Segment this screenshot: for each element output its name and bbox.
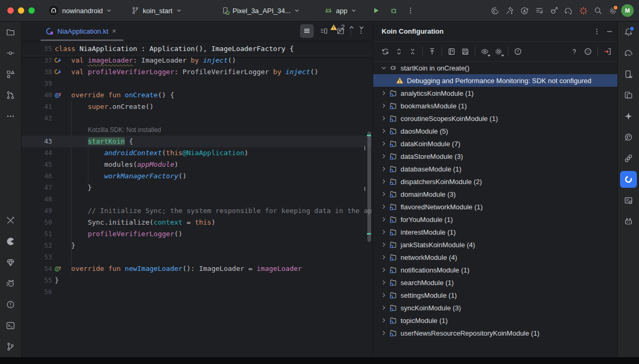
chevron-right-icon[interactable] xyxy=(380,89,388,97)
code-line[interactable]: 47 } xyxy=(22,182,372,194)
koin-module-node[interactable]: notificationsModule (1) xyxy=(373,264,618,276)
code-viewport[interactable]: 3637 val imageLoader: ImageLoader by inj… xyxy=(22,49,372,357)
run-button[interactable] xyxy=(368,3,383,18)
problems-tool-icon[interactable] xyxy=(2,296,19,313)
chevron-right-icon[interactable] xyxy=(380,165,388,173)
chevron-right-icon[interactable] xyxy=(380,304,388,312)
code-line[interactable]: 39 xyxy=(22,78,372,89)
prev-problem-icon[interactable] xyxy=(348,24,355,31)
koin-module-node[interactable]: networkModule (4) xyxy=(373,251,618,264)
tab-close-icon[interactable]: × xyxy=(112,27,116,35)
koin-module-node[interactable]: jankStatsKoinModule (4) xyxy=(373,238,618,251)
chevron-right-icon[interactable] xyxy=(380,329,388,337)
koin-module-node[interactable]: interestModule (1) xyxy=(373,226,618,238)
koin-root-node[interactable]: startKoin in onCreate() xyxy=(373,62,618,74)
collapse-all-icon[interactable] xyxy=(406,45,420,58)
code-line[interactable]: 52 } xyxy=(22,240,372,251)
koin-module-node[interactable]: searchModule (1) xyxy=(373,276,618,289)
koin-module-node[interactable]: analyticsKoinModule (1) xyxy=(373,87,618,99)
code-line[interactable]: 50 Sync.initialize(context = this) xyxy=(22,217,372,228)
tool-settings-icon[interactable] xyxy=(492,45,505,58)
chevron-right-icon[interactable] xyxy=(380,253,388,261)
chevron-right-icon[interactable] xyxy=(380,139,388,148)
gemini-sparkle-icon[interactable] xyxy=(620,108,637,125)
project-widget[interactable]: nowinandroid xyxy=(44,3,116,18)
help-icon[interactable] xyxy=(567,45,581,58)
app-insights-icon[interactable] xyxy=(620,129,637,146)
settings-gear-icon[interactable] xyxy=(605,3,620,18)
vcs-branch-widget[interactable]: koin_start xyxy=(127,4,186,17)
history-icon[interactable] xyxy=(532,3,546,18)
chevron-right-icon[interactable] xyxy=(380,266,388,274)
visibility-options-icon[interactable] xyxy=(478,45,492,58)
build-hammer-icon[interactable] xyxy=(502,3,517,18)
blocks-icon[interactable] xyxy=(620,150,637,167)
chevron-right-icon[interactable] xyxy=(380,177,388,186)
search-everywhere-icon[interactable] xyxy=(591,3,605,18)
more-run-actions-button[interactable] xyxy=(403,3,418,18)
koin-module-node[interactable]: userNewsResourceRepositoryKoinModule (1) xyxy=(373,327,618,339)
sticky-line[interactable]: 35 class NiaApplication : Application(),… xyxy=(22,42,372,56)
close-window-button[interactable] xyxy=(7,7,14,14)
koin-module-node[interactable]: databaseModule (1) xyxy=(373,163,618,175)
code-line[interactable]: 42 xyxy=(22,113,372,124)
logcat-tool-icon[interactable] xyxy=(2,275,19,292)
app-inspection-icon[interactable] xyxy=(620,213,637,230)
next-problem-icon[interactable] xyxy=(358,24,365,31)
koin-module-node[interactable]: dispatchersKoinModule (2) xyxy=(373,175,618,188)
koin-module-node[interactable]: forYouModule (1) xyxy=(373,213,618,226)
koin-module-node[interactable]: coroutineScopesKoinModule (1) xyxy=(373,112,618,125)
chevron-down-icon[interactable] xyxy=(380,64,388,72)
code-line[interactable]: 37 val imageLoader: ImageLoader by injec… xyxy=(22,55,372,66)
editor-scrollbar-thumb[interactable] xyxy=(367,132,371,242)
code-line[interactable]: 54 override fun newImageLoader(): ImageL… xyxy=(22,263,372,275)
hide-panel-icon[interactable] xyxy=(606,28,613,35)
minimize-window-button[interactable] xyxy=(18,7,24,14)
build-tool-icon[interactable] xyxy=(2,212,19,229)
code-line[interactable]: 38 val profileVerifierLogger: ProfileVer… xyxy=(22,66,372,78)
koin-module-node[interactable]: syncKoinModule (3) xyxy=(373,301,618,314)
code-line[interactable]: Kotzilla SDK: Not installed xyxy=(22,124,372,136)
chevron-right-icon[interactable] xyxy=(380,127,388,135)
chevron-right-icon[interactable] xyxy=(380,203,388,211)
export-icon[interactable] xyxy=(425,45,439,58)
zoom-window-button[interactable] xyxy=(28,7,35,14)
code-line[interactable]: 40 override fun onCreate() { xyxy=(22,89,372,101)
expand-all-icon[interactable] xyxy=(392,45,406,58)
more-tool-windows-icon[interactable] xyxy=(2,108,19,125)
chevron-right-icon[interactable] xyxy=(380,215,388,224)
device-manager-icon[interactable] xyxy=(620,66,637,83)
koin-module-node[interactable]: dataStoreModule (3) xyxy=(373,150,618,163)
info-icon[interactable] xyxy=(511,45,525,58)
attach-debugger-icon[interactable] xyxy=(546,3,561,18)
report-icon[interactable] xyxy=(445,45,458,58)
code-line[interactable]: 48 xyxy=(22,194,372,205)
code-line[interactable]: 49 // Initialize Sync; the system respon… xyxy=(22,205,372,217)
profiler-tool-icon[interactable] xyxy=(2,233,19,250)
chevron-right-icon[interactable] xyxy=(380,228,388,236)
user-avatar[interactable]: M xyxy=(620,3,635,18)
koin-module-node[interactable]: domainModule (3) xyxy=(373,188,618,200)
terminal-tool-icon[interactable] xyxy=(2,317,19,334)
koin-module-node[interactable]: bookmarksModule (1) xyxy=(373,99,618,112)
chevron-right-icon[interactable] xyxy=(380,240,388,249)
koin-module-node[interactable]: flavoredNetworkModule (1) xyxy=(373,200,618,213)
code-view-button[interactable] xyxy=(300,24,314,38)
code-line[interactable]: 46 workManagerFactory() xyxy=(22,170,372,182)
chevron-right-icon[interactable] xyxy=(380,291,388,299)
chevron-right-icon[interactable] xyxy=(380,102,388,110)
editor-tab[interactable]: NiaApplication.kt × xyxy=(41,22,122,41)
code-line[interactable]: 41 super.onCreate() xyxy=(22,101,372,113)
refresh-icon[interactable] xyxy=(378,45,392,58)
pull-requests-tool-icon[interactable] xyxy=(2,87,19,104)
split-view-button[interactable] xyxy=(317,24,331,38)
code-line[interactable]: 51 profileVerifierLogger() xyxy=(22,228,372,240)
koin-module-node[interactable]: dataKoinModule (7) xyxy=(373,137,618,150)
feedback-icon[interactable] xyxy=(581,45,595,58)
koin-module-node[interactable]: settingsModule (1) xyxy=(373,289,618,301)
app-quality-insights-tool-icon[interactable] xyxy=(2,254,19,271)
koin-tool-button[interactable] xyxy=(620,171,637,188)
ai-assistant-icon[interactable] xyxy=(487,3,502,18)
run-configuration-selector[interactable]: app xyxy=(320,4,361,17)
layout-inspector-icon[interactable] xyxy=(620,192,637,209)
